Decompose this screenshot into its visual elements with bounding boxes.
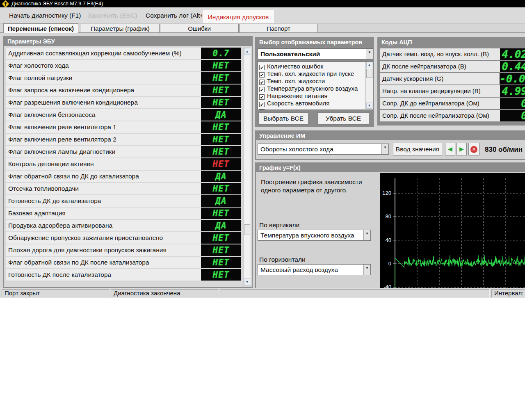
param-value-led: НЕТ bbox=[201, 84, 241, 96]
table-row: Сопр. ДК после нейтрализатора (Ом)0 bbox=[380, 110, 525, 121]
preset-combobox-value: Пользовательский bbox=[260, 49, 365, 59]
adc-name: ДК после нейтрализатора (В) bbox=[380, 61, 500, 72]
preset-combobox[interactable]: Пользовательский bbox=[258, 48, 373, 59]
param-value-led: НЕТ bbox=[201, 257, 241, 268]
select-all-button[interactable]: Выбрать ВСЕ bbox=[258, 112, 308, 125]
adc-value-led: 4.99 bbox=[500, 85, 525, 97]
svg-text:-40: -40 bbox=[383, 284, 391, 288]
adc-value-led: -0.04 bbox=[500, 73, 525, 84]
param-name: Флаг включения реле вентилятора 1 bbox=[6, 121, 201, 133]
param-value-led: НЕТ bbox=[201, 232, 241, 244]
checkbox-icon[interactable]: ✔ bbox=[259, 87, 265, 92]
increase-button[interactable]: ▶ bbox=[457, 143, 467, 155]
table-row: Флаг обратной связи по ДК до катализатор… bbox=[6, 171, 241, 182]
tab-parameters-graph[interactable]: Параметры (график) bbox=[81, 24, 160, 32]
checkbox-icon[interactable]: ✔ bbox=[259, 109, 265, 110]
checkbox-list-item[interactable]: ✔Скорость автомобиля bbox=[258, 100, 373, 107]
param-name: Обнаружение пропусков зажигания приостан… bbox=[6, 232, 201, 244]
adc-name: Датчик ускорения (G) bbox=[380, 73, 500, 84]
checkbox-list-scrollbar[interactable]: ▲ ▼ bbox=[365, 62, 373, 109]
vertical-param-combobox[interactable]: Температура впускного воздуха bbox=[258, 230, 371, 241]
decrease-button[interactable]: ◀ bbox=[445, 143, 455, 155]
horizontal-axis-label: По горизонтали bbox=[259, 256, 306, 263]
param-value-led: НЕТ bbox=[201, 134, 241, 145]
checkbox-list-item[interactable]: ✔Напряжение питания bbox=[258, 92, 373, 100]
param-name: Отсечка топливоподачи bbox=[6, 183, 201, 194]
checkbox-label: Темп. охл. жидкости при пуске bbox=[267, 70, 354, 77]
table-row: ДК после нейтрализатора (В)0.44 bbox=[380, 61, 525, 72]
tolerance-indication-button[interactable]: Индикация допусков bbox=[202, 10, 274, 23]
adc-name: Напр. на клапан рециркуляции (В) bbox=[380, 85, 500, 97]
table-row: Флаг включения реле вентилятора 2НЕТ bbox=[6, 134, 241, 145]
table-row: Базовая адаптацияНЕТ bbox=[6, 208, 241, 219]
vertical-axis-label: По вертикали bbox=[259, 221, 299, 229]
adc-rows: Датчик темп. возд. во впуск. колл. (В)4.… bbox=[378, 47, 525, 121]
param-name: Базовая адаптация bbox=[6, 208, 201, 219]
checkbox-list-item[interactable]: ✔Количество ошибок bbox=[258, 63, 373, 70]
chevron-down-icon[interactable] bbox=[366, 49, 373, 59]
ecu-params-title: Параметры ЭБУ bbox=[4, 37, 252, 46]
checkbox-icon[interactable]: ✔ bbox=[259, 72, 265, 78]
actuator-control-title: Управление ИМ bbox=[256, 131, 525, 140]
param-value-led: НЕТ bbox=[201, 269, 241, 281]
scroll-up-icon[interactable]: ▲ bbox=[244, 48, 250, 55]
enter-value-button[interactable]: Ввод значения bbox=[393, 143, 442, 155]
param-name: Продувка адсорбера активирована bbox=[6, 220, 201, 231]
table-row: Напр. на клапан рециркуляции (В)4.99 bbox=[380, 85, 525, 97]
param-value-led: НЕТ bbox=[201, 121, 241, 133]
ecu-param-rows: Аддитивная составляющая коррекции самооб… bbox=[4, 46, 252, 281]
stop-diagnostics-button[interactable]: Закончить (ESC) bbox=[88, 7, 137, 23]
checkbox-icon[interactable]: ✔ bbox=[259, 65, 265, 70]
param-select-panel: Выбор отображаемых параметров Пользовате… bbox=[255, 37, 374, 127]
param-value-led: НЕТ bbox=[201, 60, 241, 71]
table-row: Отсечка топливоподачиНЕТ bbox=[6, 183, 241, 194]
checkbox-list-item[interactable]: ✔ bbox=[258, 107, 373, 110]
chevron-down-icon[interactable] bbox=[363, 265, 370, 275]
table-row: Готовность ДК до катализатораДА bbox=[6, 195, 241, 207]
tab-variables-list[interactable]: Переменные (список) bbox=[3, 23, 78, 33]
ecu-list-scrollbar[interactable]: ▲ ▼ bbox=[243, 48, 251, 285]
chevron-down-icon[interactable] bbox=[381, 144, 388, 154]
param-name: Контроль детонации активен bbox=[6, 158, 201, 170]
clear-all-button[interactable]: Убрать ВСЕ bbox=[317, 112, 369, 125]
scrollbar-thumb[interactable] bbox=[366, 69, 372, 78]
cancel-actuator-button[interactable]: ✕ bbox=[468, 143, 479, 155]
table-row: Датчик темп. возд. во впуск. колл. (В)4.… bbox=[380, 48, 525, 60]
scroll-up-icon[interactable]: ▲ bbox=[366, 62, 372, 68]
param-name: Флаг включения бензонасоса bbox=[6, 109, 201, 121]
scroll-down-icon[interactable]: ▼ bbox=[244, 278, 250, 285]
table-row: Флаг обратной связи по ДК после катализа… bbox=[6, 257, 241, 268]
window-titlebar: Диагностика ЭБУ Bosch M7.9.7 E3(E4) bbox=[0, 0, 525, 7]
param-value-led: 0.7 bbox=[201, 48, 241, 59]
scrollbar-thumb[interactable] bbox=[244, 224, 250, 235]
chevron-down-icon[interactable] bbox=[363, 230, 370, 240]
actuator-combobox[interactable]: Обороты холостого хода bbox=[258, 144, 389, 155]
table-row: Готовность ДК после катализатораНЕТ bbox=[6, 269, 241, 281]
param-value-led: НЕТ bbox=[201, 72, 241, 84]
param-name: Аддитивная составляющая коррекции самооб… bbox=[6, 48, 201, 59]
param-name: Готовность ДК до катализатора bbox=[6, 195, 201, 207]
checkbox-list-item[interactable]: ✔Темп. охл. жидкости при пуске bbox=[258, 70, 373, 78]
checkbox-label: Скорость автомобиля bbox=[267, 100, 329, 107]
table-row: Флаг холостого ходаНЕТ bbox=[6, 60, 241, 71]
param-value-led: НЕТ bbox=[201, 158, 241, 170]
tab-errors[interactable]: Ошибки bbox=[160, 24, 239, 32]
tab-passport[interactable]: Паспорт bbox=[239, 24, 318, 32]
adc-codes-panel: Коды АЦП Датчик темп. возд. во впуск. ко… bbox=[377, 37, 525, 126]
checkbox-list-item[interactable]: ✔Температура впускного воздуха bbox=[258, 85, 373, 92]
scroll-down-icon[interactable]: ▼ bbox=[366, 103, 372, 109]
status-port: Порт закрыт bbox=[2, 289, 109, 297]
status-bar: Порт закрытДиагностика законченаИнтервал… bbox=[0, 288, 525, 298]
save-log-button[interactable]: Сохранить лог (Alt+S) bbox=[146, 7, 210, 23]
checkbox-icon[interactable]: ✔ bbox=[259, 94, 265, 100]
checkbox-items: ✔Количество ошибок✔Темп. охл. жидкости п… bbox=[258, 63, 373, 110]
checkbox-list-item[interactable]: ✔Темп. охл. жидкости bbox=[258, 78, 373, 85]
checkbox-icon[interactable]: ✔ bbox=[259, 80, 265, 85]
start-diagnostics-button[interactable]: Начать диагностику (F1) bbox=[9, 7, 81, 23]
horizontal-param-value: Массовый расход воздуха bbox=[260, 265, 362, 275]
checkbox-label: Количество ошибок bbox=[267, 63, 323, 70]
svg-text:80: 80 bbox=[386, 213, 391, 219]
param-checkbox-list[interactable]: ✔Количество ошибок✔Темп. охл. жидкости п… bbox=[258, 62, 373, 110]
checkbox-icon[interactable]: ✔ bbox=[259, 102, 265, 107]
horizontal-param-combobox[interactable]: Массовый расход воздуха bbox=[258, 264, 371, 275]
